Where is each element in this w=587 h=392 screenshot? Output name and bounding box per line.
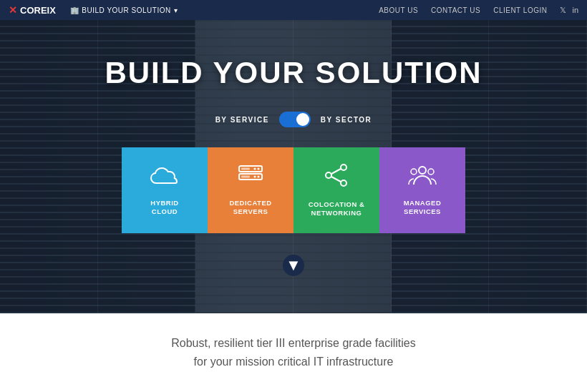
footer-line2: for your mission critical IT infrastruct… (194, 356, 394, 368)
svg-point-9 (326, 172, 331, 178)
svg-point-15 (428, 169, 434, 175)
hybrid-cloud-label: HYBRIDCLOUD (150, 199, 178, 217)
server-icon (238, 165, 263, 192)
managed-services-card[interactable]: MANAGEDSERVICES (379, 147, 465, 233)
social-links: 𝕏 in (560, 6, 578, 15)
toggle-left-label: BY SERVICE (215, 116, 269, 124)
twitter-icon[interactable]: 𝕏 (560, 6, 566, 15)
svg-line-12 (331, 177, 341, 182)
toggle-row: BY SERVICE BY SECTOR (215, 112, 372, 127)
svg-point-13 (419, 167, 426, 174)
toggle-knob (296, 113, 309, 126)
svg-point-3 (254, 167, 256, 170)
hero-title: BUILD YOUR SOLUTION (105, 56, 482, 90)
colocation-networking-card[interactable]: COLOCATION &NETWORKING (294, 147, 379, 233)
client-login-link[interactable]: CLIENT LOGIN (493, 6, 547, 14)
about-us-link[interactable]: ABOUT US (379, 6, 418, 14)
footer-text: Robust, resilient tier III enterprise gr… (171, 334, 415, 371)
service-cards-row: HYBRIDCLOUD DEDICATEDSERVERS (122, 147, 465, 233)
navbar: ✕ COREIX 🏢 BUILD YOUR SOLUTION ▾ ABOUT U… (0, 0, 587, 20)
svg-point-14 (411, 169, 417, 175)
chevron-down-icon: ▼ (286, 256, 301, 275)
managed-services-label: MANAGEDSERVICES (404, 199, 442, 217)
svg-point-8 (341, 165, 346, 170)
footer-line1: Robust, resilient tier III enterprise gr… (171, 337, 415, 349)
scroll-down-button[interactable]: ▼ (283, 255, 304, 276)
svg-rect-7 (241, 175, 250, 177)
hero-section: BUILD YOUR SOLUTION BY SERVICE BY SECTOR… (0, 20, 587, 313)
users-icon (408, 165, 437, 192)
dropdown-arrow-icon: ▾ (174, 6, 178, 14)
linkedin-icon[interactable]: in (572, 6, 578, 15)
cloud-icon (150, 165, 179, 192)
share-icon (324, 163, 349, 193)
hero-content: BUILD YOUR SOLUTION BY SERVICE BY SECTOR… (0, 56, 587, 233)
toggle-right-label: BY SECTOR (321, 116, 372, 124)
svg-line-11 (331, 169, 341, 174)
nav-right-links: ABOUT US CONTACT US CLIENT LOGIN 𝕏 in (379, 6, 578, 15)
svg-point-2 (258, 167, 260, 170)
svg-point-5 (254, 175, 256, 177)
build-nav-label: BUILD YOUR SOLUTION (82, 6, 170, 14)
contact-us-link[interactable]: CONTACT US (431, 6, 480, 14)
logo-text: COREIX (20, 5, 56, 16)
svg-point-10 (341, 180, 346, 186)
service-sector-toggle[interactable] (279, 112, 311, 127)
building-icon: 🏢 (70, 6, 79, 14)
logo[interactable]: ✕ COREIX (9, 4, 56, 16)
dedicated-servers-label: DEDICATEDSERVERS (229, 199, 271, 217)
svg-point-4 (258, 175, 260, 177)
build-your-solution-nav[interactable]: 🏢 BUILD YOUR SOLUTION ▾ (70, 6, 178, 14)
footer-section: Robust, resilient tier III enterprise gr… (0, 313, 587, 392)
logo-x-icon: ✕ (9, 4, 17, 16)
svg-rect-6 (241, 167, 250, 170)
hybrid-cloud-card[interactable]: HYBRIDCLOUD (122, 147, 208, 233)
colocation-networking-label: COLOCATION &NETWORKING (309, 200, 365, 218)
dedicated-servers-card[interactable]: DEDICATEDSERVERS (208, 147, 294, 233)
